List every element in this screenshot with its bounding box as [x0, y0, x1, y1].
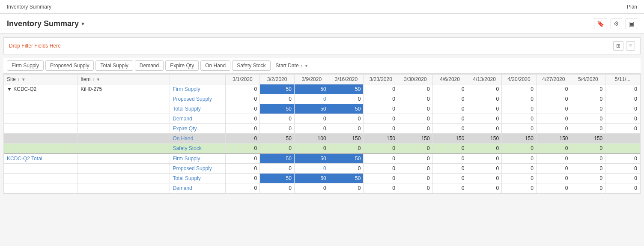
table-row-onhand: On Hand 0 50 100 150 150 150 150 150 150…: [4, 134, 640, 144]
grid-view-button[interactable]: ⊞: [613, 41, 623, 51]
col-header-date-6: 4/6/2020: [432, 75, 467, 84]
cell-v8: 0: [502, 144, 537, 154]
cell-v0: 0: [225, 144, 260, 154]
row-type-label: Safety Stock: [170, 144, 225, 154]
cell-v10: 150: [571, 134, 605, 144]
item-cell: KiH0-275: [78, 84, 170, 94]
cell-v5: 0: [398, 183, 433, 193]
table-row: Proposed Supply 0 0 0 0 0 0 0 0 0 0 0 0: [4, 94, 640, 104]
tab-demand[interactable]: Demand: [135, 60, 164, 71]
cell-v0: 0: [225, 114, 260, 124]
filter-drop-text: Drop Filter Fields Here: [9, 43, 61, 49]
cell-v11: [605, 144, 640, 154]
cell-v3: 0: [329, 183, 364, 193]
cell-v3: 50: [329, 174, 364, 183]
cell-v1: 0: [260, 183, 295, 193]
sort-asc-icon[interactable]: ↑: [301, 63, 303, 68]
cell-v6: 0: [432, 104, 467, 114]
row-type-label: Expire Qty: [170, 124, 225, 134]
tab-on-hand[interactable]: On Hand: [200, 60, 230, 71]
inventory-table: Site ↑ ▼ Item ↑ ▼ 3/1/2020 3/2/2020 3/9/…: [4, 74, 640, 193]
cell-v4: 0: [364, 124, 398, 134]
item-filter-icon[interactable]: ▼: [96, 77, 101, 82]
cell-v4: 0: [364, 94, 398, 104]
cell-v2: 100: [294, 134, 329, 144]
cell-v10: 0: [571, 124, 605, 134]
cell-v8: 0: [502, 183, 537, 193]
cell-v10: 0: [571, 114, 605, 124]
cell-v2: 0: [294, 94, 329, 104]
cell-v4: 0: [364, 114, 398, 124]
tab-safety-stock[interactable]: Safety Stock: [232, 60, 270, 71]
cell-v5: 0: [398, 174, 433, 183]
row-type-label: Demand: [170, 183, 225, 193]
tab-total-supply[interactable]: Total Supply: [95, 60, 133, 71]
cell-v11: 0: [605, 164, 640, 174]
site-cell: [4, 94, 78, 104]
site-filter-icon[interactable]: ▼: [21, 77, 26, 82]
filter-funnel-icon[interactable]: ▼: [304, 63, 309, 68]
row-type-label: Firm Supply: [170, 153, 225, 164]
cell-v1: 0: [260, 114, 295, 124]
total-item-cell: [78, 174, 170, 183]
tab-expire-qty[interactable]: Expire Qty: [165, 60, 199, 71]
chevron-down-icon[interactable]: ▾: [81, 20, 84, 27]
col-header-date-3: 3/16/2020: [329, 75, 364, 84]
cell-v0: 0: [225, 153, 260, 164]
tab-firm-supply[interactable]: Firm Supply: [7, 60, 44, 71]
total-site-cell: [4, 174, 78, 183]
topbar-title: Inventory Summary: [7, 4, 51, 10]
cell-v2: 50: [294, 153, 329, 164]
expand-arrow-icon[interactable]: ▼: [7, 86, 12, 92]
site-cell: [4, 114, 78, 124]
list-view-button[interactable]: ≡: [626, 41, 635, 51]
cell-v6: 150: [432, 134, 467, 144]
cell-v6: 0: [432, 153, 467, 164]
cell-v0: 0: [225, 174, 260, 183]
cell-v3: 0: [329, 114, 364, 124]
table-row-safety: Safety Stock 0 0 0 0 0 0 0 0 0 0 0: [4, 144, 640, 154]
cell-v3: 150: [329, 134, 364, 144]
table-row: Expire Qty 0 0 0 0 0 0 0 0 0 0 0 0: [4, 124, 640, 134]
row-type-label: Firm Supply: [170, 84, 225, 94]
cell-v5: 0: [398, 153, 433, 164]
bookmark-button[interactable]: 🔖: [594, 18, 607, 29]
cell-v1: 50: [260, 104, 295, 114]
col-header-date-2: 3/9/2020: [294, 75, 329, 84]
site-sort-icon[interactable]: ↑: [18, 77, 20, 82]
table-row-total: Proposed Supply 0 0 0 0 0 0 0 0 0 0 0 0: [4, 164, 640, 174]
page-header: Inventory Summary ▾ 🔖 ⚙ ▣: [0, 14, 644, 34]
cell-v7: 0: [467, 153, 502, 164]
cell-v6: 0: [432, 164, 467, 174]
cell-v9: 0: [536, 104, 571, 114]
total-site-cell: [4, 164, 78, 174]
cell-v4: 0: [364, 144, 398, 154]
settings-button[interactable]: ⚙: [611, 18, 622, 29]
cell-v10: 0: [571, 164, 605, 174]
row-type-label: Demand: [170, 114, 225, 124]
cell-v8: 0: [502, 114, 537, 124]
cell-v4: 0: [364, 174, 398, 183]
col-header-date-8: 4/20/2020: [502, 75, 537, 84]
cell-v10: 0: [571, 104, 605, 114]
item-cell: [78, 94, 170, 104]
cell-v5: 0: [398, 94, 433, 104]
cell-v6: 0: [432, 183, 467, 193]
cell-v6: 0: [432, 144, 467, 154]
cell-v7: 0: [467, 174, 502, 183]
cell-v6: 0: [432, 114, 467, 124]
cell-v5: 0: [398, 124, 433, 134]
col-header-item[interactable]: Item ↑ ▼: [78, 75, 170, 84]
layout-button[interactable]: ▣: [626, 18, 637, 29]
col-header-site[interactable]: Site ↑ ▼: [4, 75, 78, 84]
cell-v3: 50: [329, 84, 364, 94]
cell-v10: 0: [571, 144, 605, 154]
item-sort-icon[interactable]: ↑: [92, 77, 95, 82]
cell-v1: 50: [260, 84, 295, 94]
tab-proposed-supply[interactable]: Proposed Supply: [45, 60, 94, 71]
cell-v5: 0: [398, 144, 433, 154]
cell-v3: 0: [329, 164, 364, 174]
col-header-date-0: 3/1/2020: [225, 75, 260, 84]
cell-v6: 0: [432, 94, 467, 104]
col-header-date-9: 4/27/2020: [536, 75, 571, 84]
